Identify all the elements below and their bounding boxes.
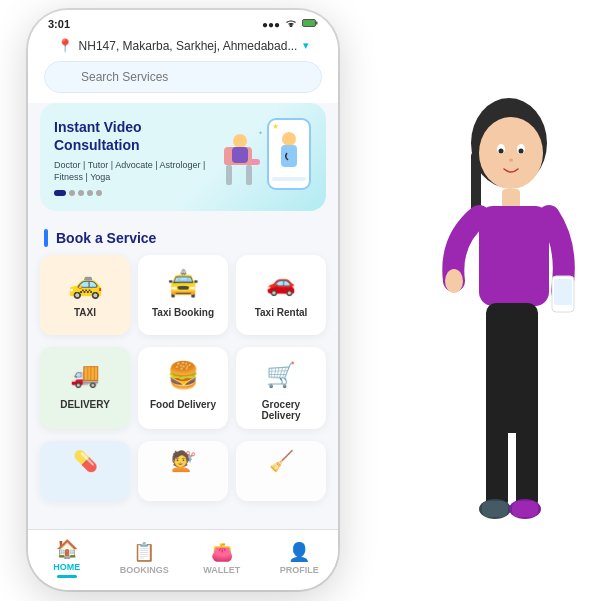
taxi-rental-label: Taxi Rental — [255, 307, 308, 318]
partial-service-row: 💊 💇 🧹 — [28, 441, 338, 505]
svg-rect-28 — [554, 279, 572, 305]
consultation-svg: ★ ✦ — [222, 117, 312, 197]
home-nav-underline — [57, 575, 77, 578]
service-card-taxi-rental[interactable]: 🚗 Taxi Rental — [236, 255, 326, 335]
service-card-grocery[interactable]: 🛒 GroceryDelivery — [236, 347, 326, 429]
girl-illustration — [404, 81, 604, 601]
svg-point-23 — [509, 159, 513, 162]
banner-illustration: ★ ✦ — [222, 117, 312, 197]
svg-point-21 — [499, 149, 504, 154]
svg-rect-33 — [482, 501, 508, 517]
promo-banner[interactable]: Instant VideoConsultation Doctor | Tutor… — [40, 103, 326, 211]
service-card-food-delivery[interactable]: 🍔 Food Delivery — [138, 347, 228, 429]
svg-rect-31 — [516, 381, 538, 511]
service-card-partial-2[interactable]: 💇 — [138, 441, 228, 501]
wifi-icon — [284, 18, 298, 30]
dot-5 — [96, 190, 102, 196]
nav-item-profile[interactable]: 👤 PROFILE — [261, 541, 339, 575]
dot-4 — [87, 190, 93, 196]
signal-icon: ●●● — [262, 19, 280, 30]
battery-icon — [302, 18, 318, 30]
svg-point-25 — [445, 269, 463, 293]
profile-nav-icon: 👤 — [288, 541, 310, 563]
service-card-partial-3[interactable]: 🧹 — [236, 441, 326, 501]
delivery-label: DELIVERY — [60, 399, 110, 410]
section-accent — [44, 229, 48, 247]
location-bar[interactable]: 📍 NH147, Makarba, Sarkhej, Ahmedabad... … — [28, 34, 338, 61]
profile-nav-label: PROFILE — [280, 565, 319, 575]
svg-rect-12 — [272, 177, 306, 181]
taxi-service-row: 🚕 TAXI 🚖 Taxi Booking 🚗 — [28, 255, 338, 339]
dot-3 — [78, 190, 84, 196]
location-chevron-icon: ▾ — [303, 39, 309, 52]
service-card-partial-1[interactable]: 💊 — [40, 441, 130, 501]
status-icons: ●●● — [262, 18, 318, 30]
taxi-booking-label: Taxi Booking — [152, 307, 214, 318]
home-nav-label: HOME — [53, 562, 80, 572]
search-bar-container: 🔍 — [28, 61, 338, 103]
phone-inner: 3:01 ●●● 📍 NH147, Makarba, Sarkhej, Ahme… — [28, 10, 338, 590]
food-delivery-label: Food Delivery — [150, 399, 216, 410]
phone-shell: 3:01 ●●● 📍 NH147, Makarba, Sarkhej, Ahme… — [28, 10, 338, 590]
wallet-nav-icon: 👛 — [211, 541, 233, 563]
service-card-taxi-booking[interactable]: 🚖 Taxi Booking — [138, 255, 228, 335]
book-service-header: Book a Service — [28, 223, 338, 255]
svg-rect-4 — [226, 165, 232, 185]
service-card-taxi[interactable]: 🚕 TAXI — [40, 255, 130, 335]
grocery-label: GroceryDelivery — [262, 399, 301, 421]
dot-1 — [54, 190, 66, 196]
svg-point-6 — [233, 134, 247, 148]
delivery-icon: 🚚 — [63, 357, 107, 393]
taxi-label: TAXI — [74, 307, 96, 318]
taxi-booking-icon: 🚖 — [161, 265, 205, 301]
svg-rect-5 — [246, 165, 252, 185]
bookings-nav-label: BOOKINGS — [120, 565, 169, 575]
svg-rect-35 — [512, 501, 538, 517]
status-bar: 3:01 ●●● — [28, 10, 338, 34]
svg-point-9 — [282, 132, 296, 146]
service-card-delivery[interactable]: 🚚 DELIVERY — [40, 347, 130, 429]
svg-point-22 — [519, 149, 524, 154]
taxi-rental-icon: 🚗 — [259, 265, 303, 301]
location-text: NH147, Makarba, Sarkhej, Ahmedabad... — [79, 39, 298, 53]
grocery-icon: 🛒 — [259, 357, 303, 393]
svg-point-18 — [479, 117, 543, 189]
content-area[interactable]: Instant VideoConsultation Doctor | Tutor… — [28, 103, 338, 529]
wallet-nav-label: WALLET — [203, 565, 240, 575]
banner-text: Instant VideoConsultation Doctor | Tutor… — [54, 118, 214, 196]
dot-2 — [69, 190, 75, 196]
svg-rect-24 — [479, 206, 549, 306]
bottom-nav: 🏠 HOME 📋 BOOKINGS 👛 WALLET 👤 PROFILE — [28, 529, 338, 590]
section-title: Book a Service — [56, 230, 156, 246]
app-scene: 3:01 ●●● 📍 NH147, Makarba, Sarkhej, Ahme… — [0, 0, 614, 601]
svg-rect-11 — [281, 145, 297, 167]
nav-item-bookings[interactable]: 📋 BOOKINGS — [106, 541, 184, 575]
delivery-service-row: 🚚 DELIVERY 🍔 Food Delivery 🛒 — [28, 347, 338, 433]
svg-rect-0 — [303, 20, 316, 27]
svg-rect-7 — [232, 147, 248, 163]
svg-text:✦: ✦ — [258, 130, 263, 136]
bookings-nav-icon: 📋 — [133, 541, 155, 563]
nav-item-wallet[interactable]: 👛 WALLET — [183, 541, 261, 575]
location-pin-icon: 📍 — [57, 38, 73, 53]
banner-subtitle: Doctor | Tutor | Advocate | Astrologer |… — [54, 159, 214, 184]
food-delivery-icon: 🍔 — [161, 357, 205, 393]
nav-item-home[interactable]: 🏠 HOME — [28, 538, 106, 578]
banner-title: Instant VideoConsultation — [54, 118, 214, 154]
svg-text:★: ★ — [272, 122, 279, 131]
search-input[interactable] — [44, 61, 322, 93]
home-nav-icon: 🏠 — [56, 538, 78, 560]
banner-dots — [54, 190, 214, 196]
svg-rect-1 — [316, 22, 318, 25]
status-time: 3:01 — [48, 18, 70, 30]
svg-rect-30 — [486, 381, 508, 511]
girl-svg — [404, 81, 604, 601]
taxi-icon: 🚕 — [63, 265, 107, 301]
